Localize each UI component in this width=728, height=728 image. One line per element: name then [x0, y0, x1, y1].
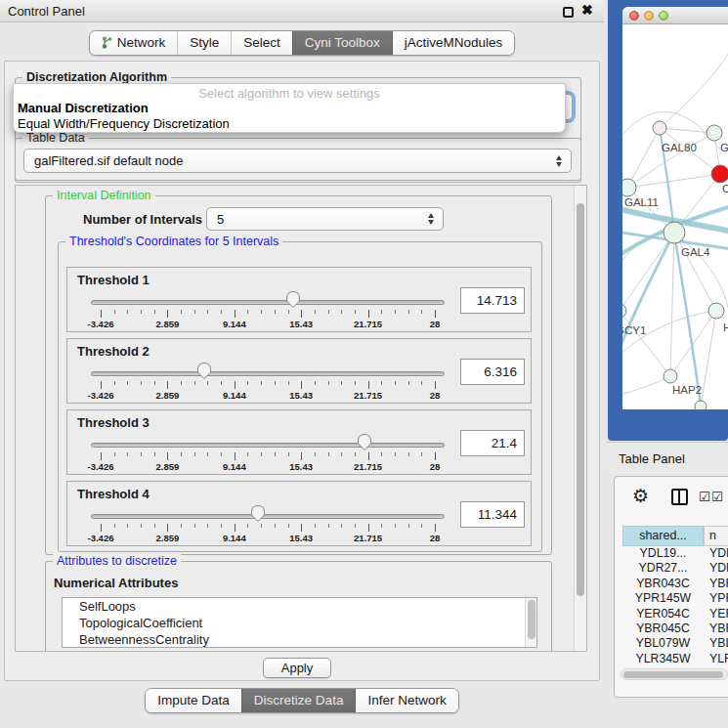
table-row[interactable]: YDR27...YDR2 — [622, 561, 728, 576]
cell-name: YER0 — [704, 607, 728, 621]
table-horizontal-scrollbar[interactable] — [621, 668, 728, 680]
attribute-list-item[interactable]: BetweennessCentrality — [63, 631, 536, 648]
apply-button[interactable]: Apply — [263, 658, 331, 678]
scrollbar-thumb[interactable] — [577, 203, 584, 596]
tick-mark — [381, 381, 382, 385]
tab-impute-data[interactable]: Impute Data — [146, 689, 241, 712]
tab-jactivemnodules[interactable]: jActiveMNodules — [392, 31, 515, 55]
threshold-value-field[interactable]: 11.344 — [460, 501, 525, 528]
tick-mark — [207, 452, 208, 456]
tab-discretize-data[interactable]: Discretize Data — [241, 689, 356, 712]
table-data-select[interactable]: galFiltered.sif default node — [23, 149, 572, 173]
tick-mark — [235, 524, 236, 532]
slider-track[interactable] — [91, 514, 445, 519]
popup-item-manual-discretization[interactable]: Manual Discretization — [18, 101, 149, 115]
popup-item-equal-width-frequency[interactable]: Equal Width/Frequency Discretization — [18, 116, 230, 131]
scale-label: 9.144 — [223, 319, 246, 329]
attributes-scrollbar[interactable] — [525, 598, 536, 647]
cell-name: YDR2 — [704, 561, 728, 576]
tick-mark — [235, 381, 236, 389]
tick-mark — [167, 452, 168, 460]
gear-icon[interactable]: ⚙ — [632, 485, 649, 507]
network-icon — [102, 36, 112, 49]
tick-mark — [261, 381, 262, 385]
network-window-titlebar[interactable] — [622, 7, 728, 24]
attribute-list-item[interactable]: SelfLoops — [63, 598, 536, 615]
tick-mark — [288, 310, 289, 314]
table-row[interactable]: YLR345WYLR3 — [622, 652, 728, 666]
network-node-gal80[interactable] — [653, 121, 666, 135]
slider-track[interactable] — [91, 371, 445, 376]
network-node[interactable] — [708, 303, 724, 319]
tick-mark — [368, 524, 369, 532]
slider-scale: -3.4262.8599.14415.4321.71528 — [101, 390, 435, 402]
scrollbar-thumb[interactable] — [623, 671, 723, 678]
table-row[interactable]: YDL19...YDL1 — [622, 546, 728, 561]
scrollbar-thumb[interactable] — [528, 600, 535, 639]
slider-thumb[interactable] — [250, 504, 266, 523]
network-node-gal4[interactable] — [664, 222, 685, 243]
column-header-shared-name[interactable]: shared... — [622, 526, 704, 546]
node-label: GAL11 — [624, 196, 659, 208]
network-node[interactable] — [711, 165, 728, 183]
table-row[interactable]: YPR145WYPR1 — [622, 591, 728, 606]
tick-mark — [275, 452, 276, 456]
tab-label: Style — [190, 35, 219, 50]
mac-minimize-icon[interactable] — [644, 11, 654, 21]
slider-thumb[interactable] — [285, 290, 301, 309]
table-header-row: shared... n — [622, 526, 728, 546]
network-node[interactable] — [707, 125, 722, 141]
scale-label: 28 — [430, 461, 441, 472]
scale-label: 9.144 — [223, 461, 246, 472]
mac-close-icon[interactable] — [629, 11, 639, 21]
network-node[interactable] — [695, 401, 707, 409]
numerical-attributes-list[interactable]: SelfLoopsTopologicalCoefficientBetweenne… — [62, 597, 537, 648]
column-header-name[interactable]: n — [704, 526, 728, 546]
network-node-gal11[interactable] — [622, 179, 636, 196]
close-icon[interactable]: ✖ — [581, 2, 593, 18]
attributes-to-discretize-group: Attributes to discretize Numerical Attri… — [45, 561, 552, 652]
threshold-label: Threshold 2 — [77, 344, 150, 359]
tab-infer-network[interactable]: Infer Network — [355, 689, 457, 712]
tick-mark — [355, 452, 356, 456]
threshold-label: Threshold 4 — [77, 487, 150, 501]
tick-mark — [328, 381, 329, 385]
threshold-value-field[interactable]: 14.713 — [460, 287, 525, 314]
tick-mark — [341, 310, 342, 314]
threshold-value-field[interactable]: 6.316 — [460, 359, 525, 385]
cyni-toolbox-panel: Discretization Algorithm Select algorith… — [4, 61, 600, 681]
mac-zoom-icon[interactable] — [659, 11, 668, 21]
tab-label: Select — [243, 35, 280, 50]
tab-label: Infer Network — [367, 693, 446, 707]
slider-thumb[interactable] — [357, 433, 372, 451]
cell-name: YDL1 — [704, 546, 728, 561]
columns-icon[interactable] — [671, 489, 688, 505]
scale-label: 21.715 — [354, 319, 382, 329]
tick-mark — [421, 524, 422, 528]
tab-cyni-toolbox[interactable]: Cyni Toolbox — [292, 31, 392, 55]
settings-vertical-scrollbar[interactable] — [574, 186, 586, 651]
tick-mark — [221, 381, 222, 385]
table-row[interactable]: YER054CYER0 — [622, 607, 728, 621]
tab-style[interactable]: Style — [177, 31, 231, 55]
threshold-value-field[interactable]: 21.4 — [460, 430, 525, 456]
tab-label: Network — [117, 35, 166, 50]
table-row[interactable]: YBL079WYBL0 — [622, 636, 728, 651]
attribute-list-item[interactable]: TopologicalCoefficient — [63, 615, 536, 631]
number-of-intervals-select[interactable]: 5 — [206, 207, 444, 231]
slider-track[interactable] — [91, 300, 445, 305]
checkboxes-icon[interactable]: ☑☑ — [699, 489, 724, 504]
table-row[interactable]: YBR045CYBR0 — [622, 621, 728, 636]
table-data-title: Table Data — [22, 131, 89, 145]
network-node-hap2[interactable] — [664, 369, 677, 383]
tab-select[interactable]: Select — [231, 31, 292, 55]
slider-track[interactable] — [91, 443, 445, 448]
float-panel-icon[interactable] — [563, 7, 574, 18]
tab-network[interactable]: Network — [90, 31, 178, 55]
attributes-title: Attributes to discretize — [53, 554, 181, 568]
table-row[interactable]: YBR043CYBR0 — [622, 577, 728, 591]
slider-thumb[interactable] — [196, 362, 212, 380]
tick-mark — [247, 381, 248, 385]
network-canvas[interactable]: GAL80GAL11GAL4GCY1HAP2GCH — [622, 24, 728, 409]
network-node-gcy1[interactable] — [622, 304, 626, 318]
